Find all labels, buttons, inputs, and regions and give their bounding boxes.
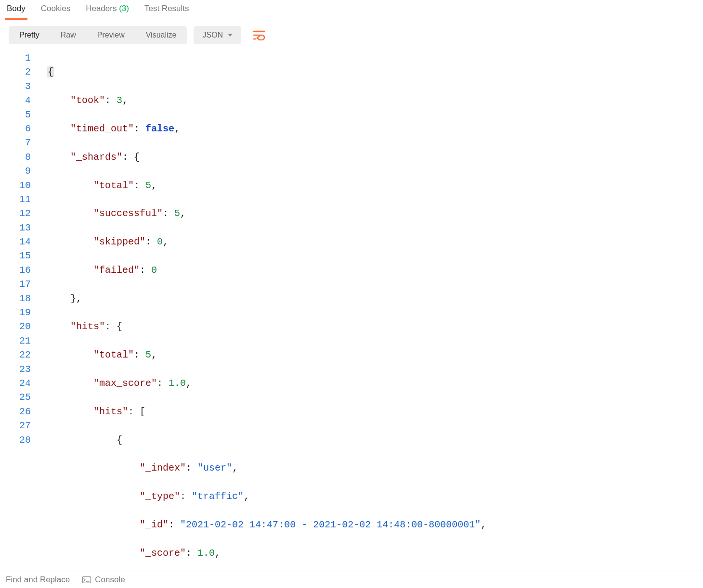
line-number: 10: [0, 179, 33, 192]
response-tabs: Body Cookies Headers (3) Test Results: [0, 0, 703, 19]
wrap-lines-button[interactable]: [248, 26, 270, 44]
line-number: 27: [0, 419, 33, 433]
line-number: 23: [0, 362, 33, 376]
line-number: 4: [0, 93, 33, 107]
tab-headers-count: (3): [119, 4, 129, 13]
tab-headers-label: Headers: [86, 4, 117, 13]
status-footer: Find and Replace Console: [0, 571, 703, 588]
line-number: 8: [0, 150, 33, 164]
chevron-down-icon: [228, 34, 233, 37]
line-number: 6: [0, 122, 33, 136]
tab-headers[interactable]: Headers (3): [84, 0, 131, 20]
line-number: 22: [0, 348, 33, 362]
svg-rect-0: [83, 576, 91, 583]
line-number: 14: [0, 235, 33, 249]
view-raw[interactable]: Raw: [50, 26, 87, 44]
line-number: 3: [0, 79, 33, 93]
line-number: 16: [0, 263, 33, 277]
line-number: 13: [0, 221, 33, 235]
wrap-lines-icon: [253, 30, 265, 40]
line-number: 17: [0, 277, 33, 291]
line-number: 5: [0, 108, 33, 122]
line-number: 24: [0, 376, 33, 390]
line-number: 18: [0, 292, 33, 306]
tab-cookies[interactable]: Cookies: [39, 0, 72, 20]
find-replace-button[interactable]: Find and Replace: [6, 575, 70, 585]
line-number: 25: [0, 390, 33, 404]
line-number: 20: [0, 320, 33, 333]
console-button[interactable]: Console: [82, 575, 125, 585]
line-gutter: 1 2 3 4 5 6 7 8 9 10 11 12 13 14 15 16 1…: [0, 51, 39, 571]
line-number: 15: [0, 249, 33, 263]
format-dropdown[interactable]: JSON: [194, 26, 241, 44]
format-label: JSON: [202, 31, 223, 39]
line-number: 11: [0, 192, 33, 206]
code-content: { "took": 3, "timed_out": false, "_shard…: [39, 51, 703, 571]
line-number: 26: [0, 405, 33, 419]
line-number: 21: [0, 334, 33, 348]
line-number: 7: [0, 136, 33, 150]
line-number: 12: [0, 206, 33, 220]
find-replace-label: Find and Replace: [6, 575, 70, 585]
tab-test-results[interactable]: Test Results: [143, 0, 191, 20]
body-toolbar: Pretty Raw Preview Visualize JSON: [0, 19, 703, 51]
tab-body[interactable]: Body: [5, 0, 27, 20]
line-number: 28: [0, 433, 33, 447]
response-body-viewer[interactable]: 1 2 3 4 5 6 7 8 9 10 11 12 13 14 15 16 1…: [0, 51, 703, 571]
view-preview[interactable]: Preview: [87, 26, 135, 44]
view-mode-group: Pretty Raw Preview Visualize: [9, 26, 187, 44]
console-label: Console: [95, 575, 125, 585]
view-pretty[interactable]: Pretty: [9, 26, 50, 44]
view-visualize[interactable]: Visualize: [135, 26, 187, 44]
line-number: 19: [0, 306, 33, 320]
line-number: 9: [0, 164, 33, 178]
line-number: 2: [0, 65, 33, 79]
line-number: 1: [0, 51, 33, 65]
console-icon: [82, 576, 91, 583]
